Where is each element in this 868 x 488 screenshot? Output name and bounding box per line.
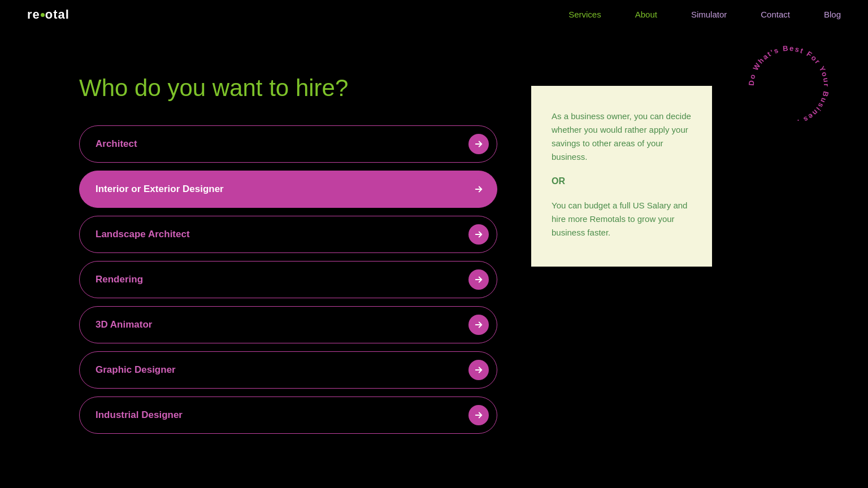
page-title: Who do you want to hire? (79, 75, 497, 102)
hire-item-industrial-designer[interactable]: Industrial Designer (79, 396, 497, 434)
hire-item-landscape-architect[interactable]: Landscape Architect (79, 216, 497, 253)
nav-link-about[interactable]: About (635, 10, 657, 19)
main-content: Who do you want to hire? ArchitectInteri… (0, 29, 868, 434)
hire-arrow-interior-exterior-designer (468, 179, 489, 199)
left-panel: Who do you want to hire? ArchitectInteri… (79, 75, 497, 434)
hire-item-label-rendering: Rendering (96, 274, 143, 285)
info-paragraph-1: As a business owner, you can decide whet… (552, 110, 692, 164)
hire-arrow-landscape-architect (468, 224, 489, 245)
nav-item-services[interactable]: Services (568, 10, 601, 20)
hire-item-label-interior-exterior-designer: Interior or Exterior Designer (96, 184, 224, 195)
hire-arrow-industrial-designer (468, 405, 489, 425)
hire-item-label-landscape-architect: Landscape Architect (96, 229, 190, 240)
circular-badge: Do What's Best For Your Busines . (744, 41, 834, 131)
hire-item-rendering[interactable]: Rendering (79, 261, 497, 298)
navbar: reotal Services About Simulator Contact … (0, 0, 868, 29)
info-paragraph-2: You can budget a full US Salary and hire… (552, 199, 692, 239)
nav-links: Services About Simulator Contact Blog (568, 10, 841, 20)
right-panel: Do What's Best For Your Busines . As a b… (531, 75, 789, 434)
hire-item-label-3d-animator: 3D Animator (96, 319, 152, 330)
nav-item-simulator[interactable]: Simulator (691, 10, 727, 20)
nav-item-about[interactable]: About (635, 10, 657, 20)
hire-arrow-graphic-designer (468, 360, 489, 380)
hire-item-label-graphic-designer: Graphic Designer (96, 364, 176, 376)
hire-item-architect[interactable]: Architect (79, 125, 497, 163)
info-card: As a business owner, you can decide whet… (531, 86, 712, 267)
hire-item-label-architect: Architect (96, 138, 137, 150)
nav-link-blog[interactable]: Blog (824, 10, 841, 19)
nav-link-services[interactable]: Services (568, 10, 601, 19)
logo-text: reotal (27, 7, 70, 22)
info-or-label: OR (552, 174, 692, 189)
hire-item-label-industrial-designer: Industrial Designer (96, 409, 183, 421)
svg-text:Do What's Best For Your Busine: Do What's Best For Your Busines . (747, 44, 831, 127)
hire-item-graphic-designer[interactable]: Graphic Designer (79, 351, 497, 389)
nav-link-simulator[interactable]: Simulator (691, 10, 727, 19)
nav-link-contact[interactable]: Contact (761, 10, 790, 19)
hire-list: ArchitectInterior or Exterior DesignerLa… (79, 125, 497, 434)
nav-item-blog[interactable]: Blog (824, 10, 841, 20)
hire-item-interior-exterior-designer[interactable]: Interior or Exterior Designer (79, 171, 497, 208)
hire-item-3d-animator[interactable]: 3D Animator (79, 306, 497, 343)
hire-arrow-rendering (468, 269, 489, 290)
logo[interactable]: reotal (27, 7, 70, 22)
nav-item-contact[interactable]: Contact (761, 10, 790, 20)
hire-arrow-architect (468, 134, 489, 154)
hire-arrow-3d-animator (468, 315, 489, 335)
